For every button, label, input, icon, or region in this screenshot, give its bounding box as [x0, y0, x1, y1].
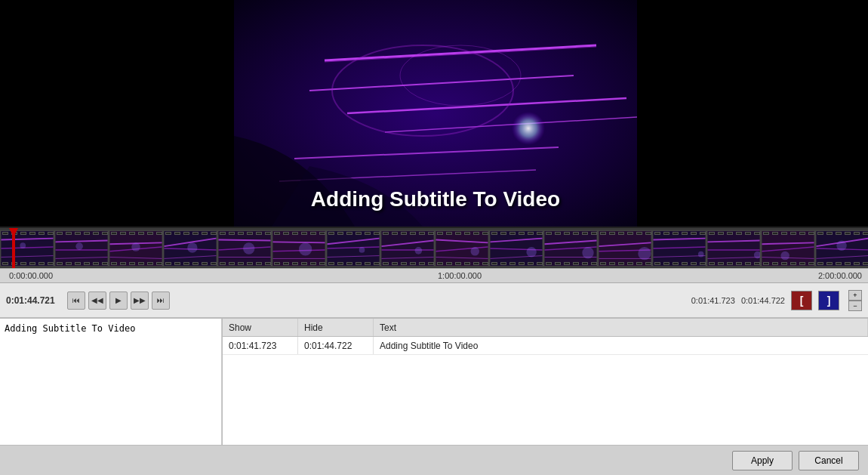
ruler-label-1: 1:00:00.000	[438, 271, 482, 280]
skip-to-start-button[interactable]: ⏮	[67, 291, 85, 310]
cell-text-content: Adding Subtitle To Video	[374, 337, 868, 354]
svg-point-8	[512, 112, 545, 145]
svg-line-37	[273, 242, 325, 242]
in-time-label: 0:01:41.723	[691, 296, 735, 305]
svg-point-60	[526, 247, 536, 257]
play-button[interactable]: ▶	[109, 291, 128, 310]
subtitle-list-header: Show Hide Text	[223, 319, 868, 337]
col-header-hide: Hide	[298, 319, 374, 336]
text-panel	[0, 319, 223, 445]
video-preview-area: Adding Subtitle To Video	[0, 0, 868, 227]
col-header-text: Text	[374, 319, 868, 336]
svg-point-55	[471, 247, 480, 256]
subtitle-text-input[interactable]	[0, 319, 222, 445]
action-bar: Apply Cancel	[0, 445, 868, 475]
prev-frame-button[interactable]: ◀◀	[88, 291, 106, 310]
video-left-padding	[0, 0, 234, 227]
svg-line-32	[219, 240, 271, 241]
skip-to-end-button[interactable]: ⏭	[152, 291, 170, 310]
mark-out-button[interactable]: ]	[818, 291, 839, 310]
svg-point-15	[20, 242, 26, 248]
svg-point-85	[780, 251, 790, 261]
zoom-in-button[interactable]: +	[848, 290, 862, 301]
timeline-inner	[0, 228, 868, 268]
svg-point-65	[582, 247, 593, 258]
time-ruler: 0:00:00.000 1:00:00.000 2:00:00.000	[0, 268, 868, 283]
time-markers: 0:01:41.723 0:01:44.722 [ ]	[691, 291, 839, 310]
svg-point-25	[131, 242, 140, 251]
video-right-padding	[637, 0, 868, 227]
svg-point-50	[415, 247, 423, 254]
cell-hide-time: 0:01:44.722	[298, 337, 374, 354]
svg-point-75	[698, 251, 704, 258]
svg-point-45	[359, 247, 365, 253]
apply-button[interactable]: Apply	[732, 451, 793, 470]
next-frame-button[interactable]: ▶▶	[131, 291, 149, 310]
current-time-display: 0:01:44.721	[6, 295, 55, 306]
playhead[interactable]	[12, 228, 15, 268]
col-header-show: Show	[223, 319, 298, 336]
zoom-controls: + −	[848, 290, 862, 311]
table-row[interactable]: 0:01:41.723 0:01:44.722 Adding Subtitle …	[223, 337, 868, 355]
mark-in-button[interactable]: [	[791, 291, 812, 310]
timeline-strip	[0, 227, 868, 268]
out-time-label: 0:01:44.722	[741, 296, 785, 305]
svg-point-90	[836, 240, 846, 250]
svg-point-35	[243, 242, 254, 254]
svg-point-70	[638, 247, 651, 260]
controls-bar: 0:01:44.721 ⏮ ◀◀ ▶ ▶▶ ⏭ 0:01:41.723 0:01…	[0, 283, 868, 318]
svg-point-40	[299, 242, 312, 255]
cancel-button[interactable]: Cancel	[799, 451, 859, 470]
svg-point-20	[75, 242, 83, 250]
video-frame: Adding Subtitle To Video	[234, 0, 637, 227]
editing-area: Show Hide Text 0:01:41.723 0:01:44.722 A…	[0, 318, 868, 445]
svg-point-30	[187, 242, 197, 252]
ruler-label-2: 2:00:00.000	[818, 271, 862, 280]
ruler-label-0: 0:00:00.000	[9, 271, 53, 280]
zoom-out-button[interactable]: −	[848, 301, 862, 311]
cell-show-time: 0:01:41.723	[223, 337, 298, 354]
subtitle-panel: Show Hide Text 0:01:41.723 0:01:44.722 A…	[223, 319, 868, 445]
